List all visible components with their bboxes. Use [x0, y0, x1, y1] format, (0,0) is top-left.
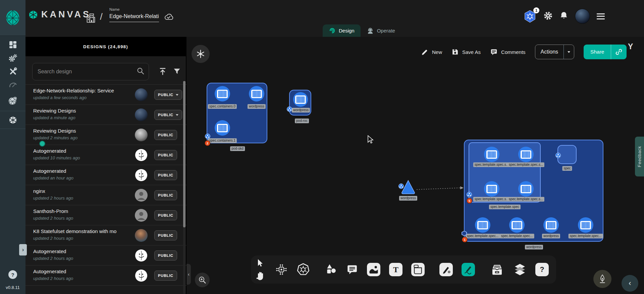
- kubernetes-wheel-icon: [297, 263, 310, 276]
- zoom-button[interactable]: [195, 273, 210, 287]
- design-title: Autogenerated: [33, 269, 117, 274]
- meshery-logo-tile[interactable]: [0, 0, 25, 36]
- container-node[interactable]: [543, 217, 559, 233]
- kanvas-brand[interactable]: KANVAS: [28, 9, 91, 20]
- visibility-badge[interactable]: PUBLIC: [154, 210, 177, 220]
- node-deployment-wordpress[interactable]: spec.template.spec.s... spec.template.sp…: [464, 140, 603, 242]
- container-node[interactable]: [578, 217, 593, 233]
- comment-annotation-tool[interactable]: [346, 264, 358, 276]
- import-design-button[interactable]: [157, 66, 168, 77]
- actions-split-button[interactable]: Actions: [535, 45, 574, 59]
- dock-toggle-button[interactable]: [192, 45, 210, 63]
- visibility-badge[interactable]: PUBLIC: [154, 230, 177, 240]
- visibility-badge[interactable]: PUBLIC: [154, 170, 177, 180]
- shapes-icon: [325, 264, 337, 276]
- nav-performance[interactable]: [0, 78, 25, 91]
- container-node[interactable]: [518, 147, 534, 162]
- node-pod-roc[interactable]: wordpress pod-roc: [289, 90, 311, 116]
- design-row[interactable]: nginx updated 2 hours ago PUBLIC: [25, 185, 186, 205]
- search-input[interactable]: [33, 69, 137, 75]
- design-row[interactable]: Santhosh-Prom updated 2 hours ago PUBLIC: [25, 205, 186, 225]
- panel-expand-handle[interactable]: ›: [19, 244, 27, 255]
- container-node[interactable]: [484, 181, 499, 197]
- organization-icon[interactable]: [86, 13, 96, 25]
- pan-tool[interactable]: [256, 271, 264, 281]
- layers-tool[interactable]: [513, 263, 527, 277]
- user-avatar[interactable]: [575, 9, 590, 24]
- visibility-badge[interactable]: PUBLIC: [154, 271, 177, 281]
- design-row[interactable]: K8 Statefulset demonstration with mo upd…: [25, 225, 186, 245]
- new-label: New: [432, 49, 442, 55]
- nav-extensions[interactable]: [0, 94, 25, 107]
- visibility-badge[interactable]: PUBLIC: [154, 250, 177, 261]
- visibility-badge[interactable]: PUBLIC: [154, 130, 177, 140]
- pen-tool[interactable]: [439, 263, 453, 276]
- kubernetes-context-button[interactable]: 1: [523, 10, 537, 23]
- actions-dropdown-toggle[interactable]: [564, 51, 574, 53]
- select-tool[interactable]: [256, 259, 264, 267]
- layers-icon: [513, 263, 527, 277]
- nav-lifecycle[interactable]: [0, 51, 25, 65]
- new-button[interactable]: New: [421, 48, 442, 56]
- container-node[interactable]: [293, 92, 308, 107]
- settings-button[interactable]: [543, 11, 553, 22]
- share-split-button[interactable]: Share: [584, 45, 627, 59]
- menu-button[interactable]: [597, 13, 605, 19]
- container-node[interactable]: [215, 120, 230, 136]
- visibility-badge[interactable]: PUBLIC: [154, 190, 177, 200]
- note-tool[interactable]: [411, 263, 425, 276]
- design-row[interactable]: Edge-Network-Relationship: Service updat…: [25, 84, 186, 104]
- collapse-right-button[interactable]: ‹: [622, 275, 638, 292]
- text-tool[interactable]: T: [389, 263, 402, 276]
- snowflake-icon: [196, 49, 205, 59]
- drawer-tool[interactable]: [490, 263, 504, 276]
- visibility-badge[interactable]: PUBLIC: [154, 110, 182, 120]
- tab-operate[interactable]: Operate: [361, 24, 401, 37]
- copy-link-button[interactable]: [611, 48, 627, 56]
- feedback-tab[interactable]: Feedback: [635, 137, 644, 176]
- yaml-panel-toggle[interactable]: Y: [628, 42, 633, 51]
- design-row[interactable]: Reviewing Designs updated a minute ago P…: [25, 104, 186, 125]
- tab-design[interactable]: Design: [323, 24, 361, 37]
- container-node[interactable]: [249, 86, 264, 101]
- notifications-button[interactable]: [559, 11, 568, 22]
- components-tool[interactable]: [275, 263, 288, 276]
- signature-pen-button[interactable]: [593, 270, 611, 288]
- container-node[interactable]: [484, 147, 499, 162]
- nav-kanvas[interactable]: [0, 113, 25, 127]
- shapes-tool[interactable]: [325, 264, 337, 276]
- container-node[interactable]: [509, 217, 525, 233]
- design-row[interactable]: Reviewing Designs updated 2 minutes ago …: [25, 125, 186, 145]
- k8s-resource-badge: [467, 192, 472, 197]
- node-pod-skd[interactable]: spec.containers.0 wordpress spec.contain…: [207, 83, 267, 143]
- container-node[interactable]: [215, 86, 230, 101]
- filter-button[interactable]: [171, 66, 182, 77]
- image-tool[interactable]: [367, 263, 380, 276]
- collapse-left-handle[interactable]: ‹: [186, 264, 191, 285]
- visibility-badge[interactable]: PUBLIC: [154, 150, 177, 160]
- panel-scrollbar-thumb[interactable]: [183, 81, 185, 227]
- container-node[interactable]: [475, 217, 490, 233]
- node-service-wordpress[interactable]: wordpress: [400, 179, 416, 195]
- design-row[interactable]: Autogenerated updated 2 hours ago PUBLIC: [25, 265, 186, 285]
- design-row[interactable]: Autogenerated updated an hour ago PUBLIC: [25, 165, 186, 185]
- comments-button[interactable]: Comments: [490, 48, 526, 56]
- toolbar-help-button[interactable]: ?: [535, 263, 549, 276]
- mesh-sphere-icon: [8, 96, 18, 106]
- nav-dashboard[interactable]: [0, 38, 25, 51]
- design-row[interactable]: Autogenerated updated 10 minutes ago PUB…: [25, 145, 186, 165]
- node-pod-template[interactable]: spec.template.spec.s... spec.template.sp…: [469, 142, 541, 203]
- design-canvas[interactable]: New Save As Comments Actions Share: [186, 37, 644, 294]
- design-name-input[interactable]: [109, 11, 159, 22]
- kubernetes-tool[interactable]: [297, 263, 310, 276]
- help-icon[interactable]: ?: [8, 270, 17, 279]
- design-row[interactable]: Autogenerated updated 2 hours ago PUBLIC: [25, 245, 186, 265]
- pencil-scribble-icon: [463, 264, 474, 275]
- node-spec[interactable]: [557, 145, 577, 164]
- save-as-button[interactable]: Save As: [451, 48, 481, 56]
- freehand-draw-tool[interactable]: [462, 263, 475, 276]
- nav-configuration[interactable]: [0, 65, 25, 78]
- container-node[interactable]: [518, 181, 534, 197]
- design-updated: updated a minute ago: [33, 115, 75, 120]
- visibility-badge[interactable]: PUBLIC: [154, 90, 182, 100]
